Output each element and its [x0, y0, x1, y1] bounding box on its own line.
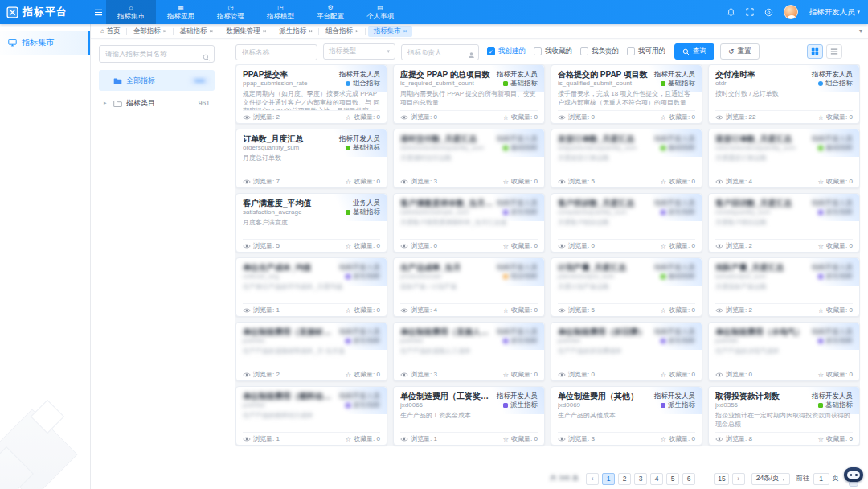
nav-item-1[interactable]: ▦指标应用 [156, 0, 206, 24]
nav-item-label: 平台配置 [317, 12, 344, 20]
metric-owner: 指标开发人员 [654, 262, 695, 272]
page-button-4[interactable]: 4 [650, 473, 663, 485]
metric-type-badge: 派生指标 [812, 336, 853, 345]
metric-card[interactable]: 准时交付数_月度汇总deliveredontimequantity_sum指标开… [393, 129, 545, 188]
page-button-2[interactable]: 2 [618, 473, 631, 485]
assistant-robot-button[interactable] [841, 467, 866, 489]
query-button[interactable]: 查询 [674, 43, 714, 60]
metric-card[interactable]: 客户回访数_月度汇总revisitquantity_sum指标开发人员派生指标月… [708, 193, 860, 253]
metric-name-input[interactable] [235, 44, 317, 60]
metric-card[interactable]: 客户满意度_平均值satisfaction_average业务人员基础指标月度客… [235, 193, 387, 253]
metric-card[interactable]: 客户满意度样本数_当月汇总satisfactionsample_sum指标开发人… [393, 193, 545, 253]
eye-icon [558, 114, 566, 121]
tab-2[interactable]: 基础指标× [174, 24, 220, 39]
views-stat: 浏览量: 1 [400, 434, 437, 443]
metric-owner: 指标开发人员 [339, 262, 380, 272]
help-icon[interactable] [764, 8, 773, 17]
filter-checkbox-0[interactable]: ✓我创建的 [487, 47, 526, 56]
page-button-15[interactable]: 15 [714, 473, 728, 485]
fullscreen-icon[interactable] [746, 8, 754, 16]
collapse-menu-icon[interactable] [91, 0, 106, 24]
filter-checkbox-3[interactable]: 我可用的 [627, 47, 665, 56]
views-label: 浏览量: 0 [568, 370, 595, 379]
nav-item-5[interactable]: ▤个人事项 [355, 0, 405, 24]
metric-card[interactable]: 单位制造费用（工资奖金）jxd0066指标开发人员派生指标生产产品的工资奖金成本… [393, 386, 545, 446]
page-button-3[interactable]: 3 [634, 473, 647, 485]
filter-checkbox-2[interactable]: 我负责的 [580, 47, 619, 56]
close-icon[interactable]: × [403, 28, 407, 35]
close-icon[interactable]: × [163, 28, 167, 35]
metric-code: actualoutput_sum [715, 273, 784, 281]
star-icon: ☆ [660, 307, 666, 314]
metric-card[interactable]: 单位制造费用（折旧费）jxd0064指标开发人员派生指标生产产品的折旧费成本浏览… [551, 322, 702, 381]
metric-card[interactable]: 单位制造费用（其他）jxd0069指标开发人员派生指标生产产品的其他成本浏览量:… [551, 386, 702, 446]
next-page-button[interactable]: › [732, 473, 745, 485]
metric-card[interactable]: 合格提交的 PPAP 项目数is_qualified_submit_count指… [551, 64, 702, 124]
metric-card[interactable]: 单位制造费用（直接人工）jxd0063指标开发人员派生指标生产产品的直接人工成本… [393, 322, 545, 381]
tree-item-1[interactable]: ▸指标类目961 [99, 92, 215, 113]
metric-code: otdr [715, 80, 755, 88]
metric-card[interactable]: 应提交 PPAP 的总项目数is_required_submit_count指标… [393, 64, 545, 124]
tab-3[interactable]: 数据集管理× [219, 24, 272, 39]
metric-card[interactable]: 生产达成率_当月productionrate指标开发人员组合指标实际产量 / 计… [393, 257, 545, 317]
metric-card[interactable]: 订单数_月度汇总ordersquantity_sum指标开发人员基础指标月度总订… [235, 129, 387, 188]
topbar-actions: 指标开发人员▾ [727, 0, 868, 24]
metric-card[interactable]: 取得投资款计划数jxd0356指标开发人员基础指标指企业预计在一定时期内因取得投… [708, 386, 860, 446]
metric-card[interactable]: 单位制造费用（直接材料）jxd0061指标开发人员派生指标生产产品的直接材料成本… [235, 322, 387, 381]
nav-item-4[interactable]: ⚙平台配置 [305, 0, 355, 24]
tabbar-chevron-down-icon[interactable]: ▾ [859, 27, 868, 35]
metric-owner: 指标开发人员 [654, 134, 695, 143]
tree-item-0[interactable]: 全部指标986 [99, 70, 215, 91]
close-icon[interactable]: × [355, 28, 359, 35]
close-icon[interactable]: × [210, 28, 214, 35]
page-button-5[interactable]: 5 [666, 473, 679, 485]
checkbox-icon [534, 47, 542, 55]
metric-card[interactable]: 退货订单数_月度汇总returnedordersquantity_sum指标开发… [708, 129, 860, 188]
nav-item-2[interactable]: ◷指标管理 [206, 0, 256, 24]
grid-view-icon[interactable] [807, 44, 823, 59]
badge-label: 派生指标 [353, 336, 380, 345]
reset-button[interactable]: ↺ 重置 [720, 43, 760, 60]
metric-description: 月度计划产量总数 [558, 283, 695, 303]
metric-card[interactable]: 实际产量_月度汇总actualoutput_sum指标开发人员派生指标月度实际产… [708, 257, 860, 317]
notification-bell-icon[interactable] [727, 8, 735, 17]
tab-1[interactable]: 全部指标× [127, 24, 174, 39]
user-avatar[interactable] [784, 5, 798, 19]
views-label: 浏览量: 4 [411, 306, 437, 314]
nav-item-0[interactable]: ⌂指标集市 [106, 0, 156, 24]
metric-card[interactable]: 单位制造费用（燃料动力）jxd0062指标开发人员派生指标生产产品的燃料动力成本… [235, 386, 387, 446]
goto-page-input[interactable] [813, 473, 829, 485]
favorites-label: 收藏量: 0 [511, 306, 538, 314]
tab-0[interactable]: ⌂首页 [94, 24, 127, 39]
nav-item-3[interactable]: ◳指标模型 [256, 0, 305, 24]
badge-label: 基础指标 [668, 79, 695, 88]
metric-card[interactable]: 单位制造费用（水电气）jxd0065指标开发人员派生指标生产产品的水电气成本浏览… [708, 322, 860, 381]
metric-card[interactable]: 计划产量_月度汇总plannedoutput_sum指标开发人员基础指标月度计划… [551, 257, 702, 317]
eye-icon [243, 436, 251, 442]
prev-page-button[interactable]: ‹ [586, 473, 599, 485]
tab-4[interactable]: 派生指标× [272, 24, 319, 39]
reset-button-label: 重置 [738, 47, 751, 56]
page-size-select[interactable]: 24条/页▾ [751, 473, 790, 485]
tab-5[interactable]: 组合指标× [319, 24, 366, 39]
metric-card[interactable]: 发货订单数_月度汇总shippedordersquantity_sum指标开发人… [551, 129, 702, 188]
metric-card[interactable]: 单位生产成本_均值unitcost_avg指标开发人员派生指标生产单位产品的平均… [235, 257, 387, 317]
page-button-6[interactable]: 6 [682, 473, 695, 485]
metric-type-select[interactable]: 指标类型 ▾ [323, 43, 395, 60]
user-menu[interactable]: 指标开发人员▾ [809, 7, 860, 18]
close-icon[interactable]: × [309, 28, 313, 35]
filter-checkbox-1[interactable]: 我收藏的 [534, 47, 572, 56]
list-view-icon[interactable] [826, 44, 842, 59]
views-label: 浏览量: 7 [253, 177, 280, 186]
metric-card[interactable]: PPAP提交率ppap_submission_rate指标开发人员组合指标规定周… [235, 64, 387, 124]
badge-label: 基础指标 [825, 401, 853, 409]
metric-title: 应提交 PPAP 的总项目数 [400, 69, 490, 80]
sidebar-item-metric-market[interactable]: 指标集市 [0, 31, 90, 55]
close-icon[interactable]: × [263, 28, 267, 35]
category-search-input[interactable] [99, 45, 215, 63]
favorites-label: 收藏量: 0 [511, 177, 538, 186]
page-button-1[interactable]: 1 [602, 473, 615, 485]
metric-card[interactable]: 客户投诉数_月度汇总complaintsquantity_sum指标开发人员派生… [551, 193, 702, 253]
tab-6[interactable]: 指标集市× [368, 26, 413, 37]
metric-card[interactable]: 交付准时率otdr指标开发人员组合指标按时交付数 / 总订单数浏览量: 22☆收… [708, 64, 860, 124]
